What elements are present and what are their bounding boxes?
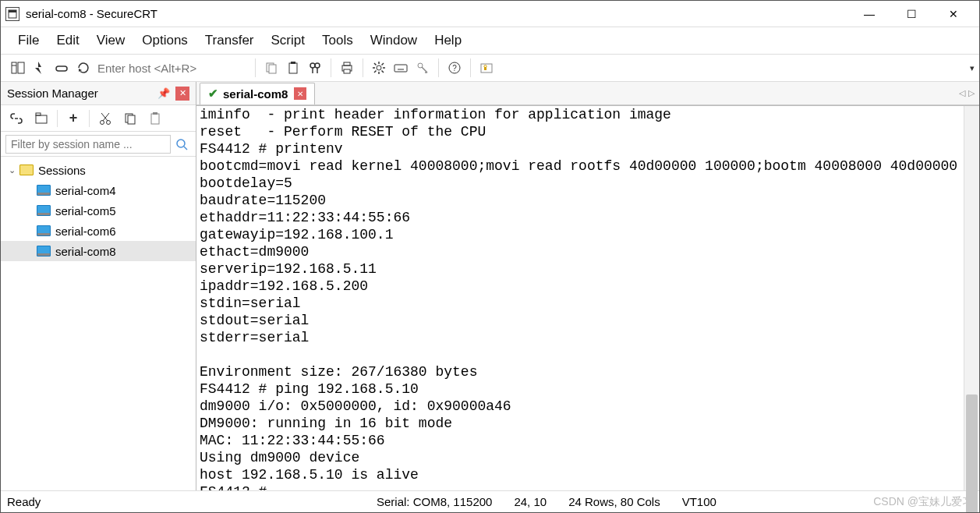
svg-rect-40 (484, 67, 486, 70)
session-manager-panel: Session Manager 📌 ✕ + ⌄ Sessions (1, 82, 196, 490)
menu-view[interactable]: View (97, 33, 126, 48)
svg-point-43 (101, 120, 104, 124)
menu-bar: File Edit View Options Transfer Script T… (1, 27, 979, 54)
key-icon[interactable] (412, 57, 433, 79)
svg-rect-42 (36, 113, 41, 115)
separator (438, 58, 439, 77)
svg-point-13 (315, 63, 320, 68)
close-button[interactable]: ✕ (932, 2, 975, 26)
minimize-button[interactable]: — (848, 2, 890, 26)
svg-rect-41 (36, 115, 47, 123)
session-label: serial-com5 (55, 204, 116, 218)
svg-rect-17 (344, 62, 350, 65)
svg-rect-2 (12, 62, 16, 73)
tab-close-button[interactable]: ✕ (294, 87, 306, 100)
menu-edit[interactable]: Edit (56, 33, 79, 48)
cut-icon[interactable] (94, 108, 116, 129)
help-icon[interactable]: ? (444, 57, 465, 79)
menu-options[interactable]: Options (142, 33, 188, 48)
menu-transfer[interactable]: Transfer (205, 33, 254, 48)
svg-rect-18 (344, 69, 350, 73)
tab-serial-com8[interactable]: ✔ serial-com8 ✕ (200, 83, 315, 104)
status-ready: Ready (7, 495, 366, 508)
svg-line-35 (422, 67, 427, 73)
connect-icon[interactable] (51, 57, 73, 79)
svg-rect-49 (151, 114, 159, 124)
expander-icon[interactable]: ⌄ (9, 165, 19, 175)
toolbar: ? ▾ (1, 54, 979, 82)
session-item[interactable]: serial-com6 (1, 221, 196, 241)
next-tab-icon[interactable]: ▷ (968, 88, 975, 98)
session-filter-row (1, 132, 196, 157)
prev-tab-icon[interactable]: ◁ (959, 88, 965, 98)
menu-window[interactable]: Window (370, 33, 417, 48)
svg-line-26 (374, 71, 377, 73)
window-controls: — ☐ ✕ (848, 2, 975, 26)
toolbar-overflow-icon[interactable]: ▾ (970, 63, 975, 73)
app-icon (5, 7, 19, 21)
panel-close-button[interactable]: ✕ (175, 87, 189, 101)
svg-marker-7 (79, 69, 82, 72)
svg-line-24 (374, 63, 377, 65)
paste-session-icon[interactable] (144, 108, 166, 129)
separator (89, 110, 90, 127)
reconnect-icon[interactable] (73, 57, 94, 79)
svg-rect-28 (394, 65, 407, 72)
menu-tools[interactable]: Tools (322, 33, 353, 48)
watermark: CSDN @宝妹儿爱习 (873, 495, 973, 509)
session-manager-toolbar: + (1, 105, 196, 132)
terminal-output[interactable]: iminfo - print header information for ap… (196, 106, 964, 490)
separator (57, 110, 58, 127)
session-label: serial-com4 (55, 184, 116, 197)
keyboard-icon[interactable] (390, 57, 412, 79)
tree-root-sessions[interactable]: ⌄ Sessions (1, 160, 196, 180)
menu-script[interactable]: Script (271, 33, 305, 48)
pin-icon[interactable]: 📌 (157, 87, 171, 99)
scrollbar-thumb[interactable] (966, 394, 978, 513)
host-input[interactable] (94, 58, 250, 77)
menu-help[interactable]: Help (434, 33, 462, 48)
status-serial: Serial: COM8, 115200 (366, 495, 503, 508)
print-icon[interactable] (336, 57, 358, 79)
status-bar: Ready Serial: COM8, 115200 24, 10 24 Row… (1, 490, 979, 512)
svg-point-44 (107, 120, 111, 124)
session-label: serial-com6 (55, 225, 116, 238)
vertical-scrollbar[interactable] (964, 106, 979, 490)
options-icon[interactable] (368, 57, 390, 79)
menu-file[interactable]: File (18, 33, 39, 48)
svg-line-27 (382, 63, 384, 65)
maximize-button[interactable]: ☐ (890, 2, 932, 26)
svg-rect-6 (56, 66, 67, 71)
separator (363, 58, 363, 77)
svg-line-46 (101, 113, 108, 121)
terminal-icon (37, 205, 51, 216)
link-icon[interactable] (5, 108, 27, 129)
lock-icon[interactable] (476, 57, 497, 79)
tab-navigation: ◁ ▷ (959, 88, 975, 98)
find-icon[interactable] (304, 57, 326, 79)
svg-rect-3 (18, 62, 24, 73)
session-tree: ⌄ Sessions serial-com4 serial-com5 seria… (1, 157, 196, 490)
copy-icon[interactable] (260, 57, 282, 79)
svg-line-25 (382, 71, 384, 73)
add-icon[interactable]: + (62, 108, 84, 129)
session-item[interactable]: serial-com4 (1, 180, 196, 200)
svg-marker-5 (35, 62, 41, 74)
session-manager-icon[interactable] (7, 57, 29, 79)
title-bar: serial-com8 - SecureCRT — ☐ ✕ (1, 1, 979, 27)
svg-rect-10 (289, 63, 297, 73)
session-item[interactable]: serial-com8 (1, 241, 196, 261)
tab-label: serial-com8 (223, 87, 288, 101)
new-tab-icon[interactable] (30, 108, 52, 129)
paste-icon[interactable] (282, 57, 304, 79)
session-filter-input[interactable] (5, 135, 171, 154)
window-title: serial-com8 - SecureCRT (26, 7, 848, 20)
search-icon[interactable] (172, 135, 191, 154)
main-area: ✔ serial-com8 ✕ ◁ ▷ iminfo - print heade… (196, 82, 979, 490)
copy-session-icon[interactable] (119, 108, 141, 129)
connected-icon: ✔ (208, 87, 218, 101)
quick-connect-icon[interactable] (29, 57, 51, 79)
status-rowscols: 24 Rows, 80 Cols (557, 495, 671, 508)
session-item[interactable]: serial-com5 (1, 200, 196, 221)
svg-rect-1 (9, 10, 16, 12)
